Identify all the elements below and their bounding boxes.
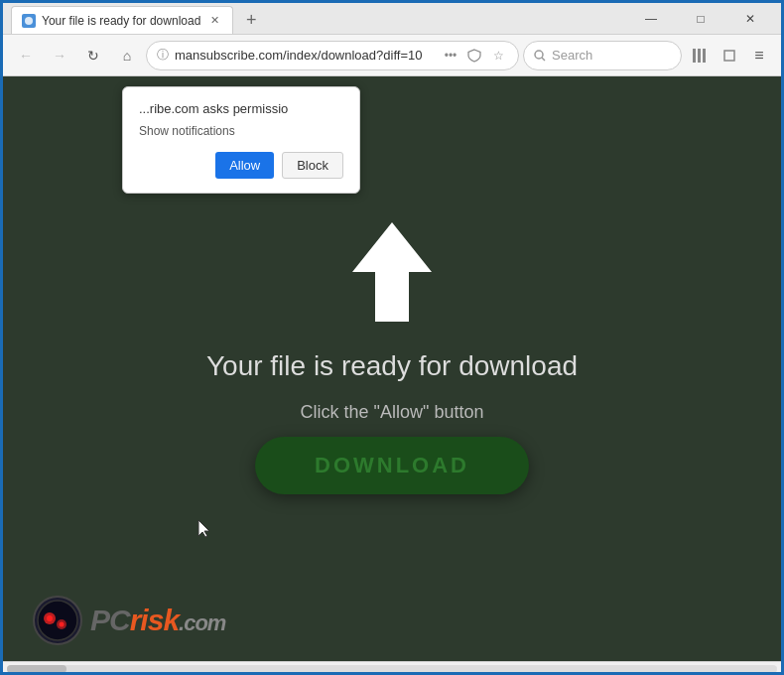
tab-favicon bbox=[22, 14, 36, 28]
mouse-cursor bbox=[196, 518, 208, 536]
allow-button[interactable]: Allow bbox=[215, 152, 274, 179]
pcrisk-icon bbox=[33, 596, 82, 645]
permission-popup: ...ribe.com asks permissio Show notifica… bbox=[122, 86, 360, 194]
browser-window: Your file is ready for download ✕ + — □ … bbox=[3, 3, 781, 675]
svg-marker-14 bbox=[198, 520, 209, 537]
svg-point-0 bbox=[25, 17, 33, 25]
svg-rect-3 bbox=[693, 49, 696, 63]
toolbar-extras: ≡ bbox=[686, 42, 773, 69]
svg-point-13 bbox=[60, 622, 65, 627]
tab-close-button[interactable]: ✕ bbox=[206, 13, 222, 29]
new-tab-button[interactable]: + bbox=[237, 6, 265, 34]
title-bar: Your file is ready for download ✕ + — □ … bbox=[3, 3, 781, 35]
pc-text: PC bbox=[90, 604, 130, 636]
svg-marker-8 bbox=[352, 222, 432, 322]
main-title: Your file is ready for download bbox=[206, 350, 578, 382]
forward-button[interactable]: → bbox=[45, 41, 74, 70]
pcrisk-logo: PCrisk.com bbox=[33, 596, 225, 645]
svg-rect-4 bbox=[698, 49, 701, 63]
nav-bar: ← → ↻ ⌂ ⓘ mansubscribe.com/index/downloa… bbox=[3, 35, 781, 76]
shield-icon bbox=[464, 46, 484, 66]
search-icon bbox=[534, 50, 546, 62]
home-button[interactable]: ⌂ bbox=[112, 41, 142, 70]
active-tab[interactable]: Your file is ready for download ✕ bbox=[11, 6, 233, 34]
star-icon[interactable]: ☆ bbox=[488, 46, 508, 66]
refresh-button[interactable]: ↻ bbox=[78, 41, 108, 70]
search-placeholder: Search bbox=[552, 48, 592, 63]
svg-rect-6 bbox=[724, 51, 734, 61]
pcrisk-text: PCrisk.com bbox=[90, 604, 225, 637]
tab-title: Your file is ready for download bbox=[42, 14, 200, 28]
addons-icon[interactable] bbox=[716, 42, 743, 69]
block-button[interactable]: Block bbox=[282, 152, 343, 179]
back-button[interactable]: ← bbox=[11, 41, 41, 70]
scrollbar-thumb[interactable] bbox=[7, 665, 66, 673]
instruction-text: Click the "Allow" button bbox=[301, 402, 484, 423]
address-bar-icons: ••• ☆ bbox=[441, 46, 508, 66]
svg-rect-5 bbox=[703, 49, 706, 63]
svg-line-2 bbox=[542, 58, 545, 61]
com-text: .com bbox=[179, 610, 225, 635]
permission-buttons: Allow Block bbox=[139, 152, 343, 179]
lock-icon: ⓘ bbox=[157, 47, 169, 64]
white-up-arrow bbox=[347, 217, 437, 327]
svg-point-9 bbox=[38, 601, 77, 640]
address-text: mansubscribe.com/index/download?diff=10 bbox=[175, 48, 435, 63]
minimize-button[interactable]: — bbox=[628, 3, 674, 35]
svg-point-11 bbox=[47, 615, 53, 621]
white-arrow-container bbox=[347, 217, 437, 331]
bookmarks-icon[interactable] bbox=[686, 42, 714, 69]
close-button[interactable]: ✕ bbox=[727, 3, 773, 35]
permission-title: ...ribe.com asks permissio bbox=[139, 101, 343, 116]
page-content: ...ribe.com asks permissio Show notifica… bbox=[3, 76, 781, 675]
window-controls: — □ ✕ bbox=[628, 3, 773, 35]
horizontal-scrollbar[interactable] bbox=[3, 661, 781, 675]
risk-text: risk bbox=[130, 604, 179, 636]
search-bar[interactable]: Search bbox=[523, 41, 682, 70]
tab-area: Your file is ready for download ✕ + bbox=[11, 3, 628, 34]
permission-subtitle: Show notifications bbox=[139, 124, 343, 138]
more-icon[interactable]: ••• bbox=[441, 46, 460, 66]
svg-point-1 bbox=[535, 51, 543, 59]
address-bar[interactable]: ⓘ mansubscribe.com/index/download?diff=1… bbox=[146, 41, 519, 70]
scrollbar-track bbox=[7, 665, 777, 673]
download-button[interactable]: DOWNLOAD bbox=[255, 437, 529, 494]
menu-icon[interactable]: ≡ bbox=[745, 42, 773, 69]
maximize-button[interactable]: □ bbox=[678, 3, 723, 35]
